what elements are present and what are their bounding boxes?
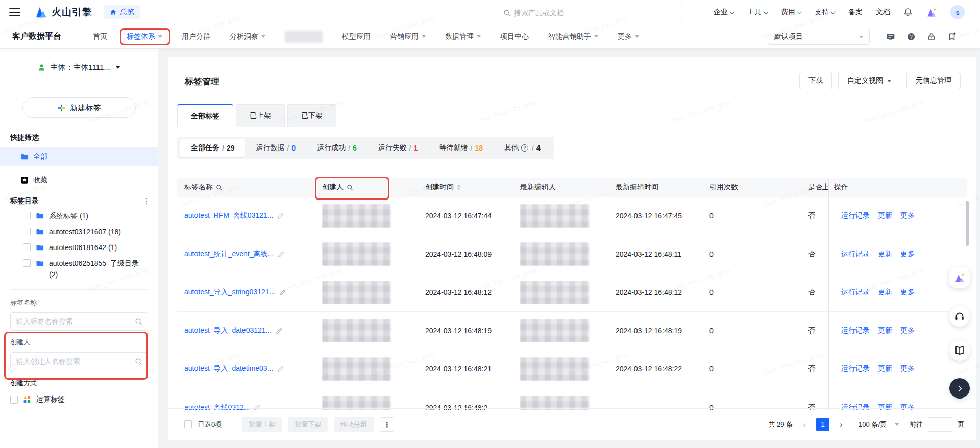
- new-tag-button[interactable]: 新建标签: [22, 97, 136, 118]
- update-link[interactable]: 更新: [878, 326, 892, 335]
- next-page-button[interactable]: ›: [835, 418, 848, 431]
- col-tag-name[interactable]: 标签名称: [177, 183, 322, 192]
- catalog-more-icon[interactable]: ⋮: [142, 200, 151, 203]
- console-icon[interactable]: [886, 32, 895, 41]
- checkbox[interactable]: [23, 243, 31, 251]
- filter-success[interactable]: 运行成功/6: [306, 139, 368, 157]
- subnav-item-more[interactable]: 更多: [618, 32, 639, 41]
- tag-name-link[interactable]: autotest_统计_event_离线...: [184, 250, 274, 259]
- sort-icon[interactable]: [457, 184, 461, 190]
- current-page-button[interactable]: 1: [816, 418, 829, 431]
- run-record-link[interactable]: 运行记录: [841, 364, 870, 374]
- product-search-input[interactable]: [514, 9, 677, 17]
- edit-icon[interactable]: [276, 328, 282, 334]
- security-lock-icon[interactable]: [927, 32, 936, 41]
- more-link[interactable]: 更多: [900, 326, 915, 335]
- page-size-select[interactable]: 100 条/页: [853, 417, 904, 432]
- filter-running[interactable]: 运行数据/0: [245, 139, 306, 157]
- checkbox[interactable]: [10, 396, 18, 404]
- goto-page-input[interactable]: [928, 417, 952, 432]
- filter-all-tasks[interactable]: 全部任务/29: [180, 139, 245, 157]
- download-button[interactable]: 下载: [799, 72, 832, 89]
- update-link[interactable]: 更新: [878, 364, 892, 374]
- creator-search-input[interactable]: [16, 357, 135, 365]
- checkbox[interactable]: [23, 259, 31, 267]
- edit-icon[interactable]: [278, 251, 284, 258]
- notification-bell-icon[interactable]: [903, 8, 913, 17]
- custom-view-button[interactable]: 自定义视图: [838, 72, 900, 89]
- subnav-item-tag-system[interactable]: 标签体系: [127, 32, 162, 41]
- menu-icp-filing[interactable]: 备案: [848, 8, 863, 17]
- filter-waiting[interactable]: 等待就绪/18: [429, 139, 494, 157]
- more-link[interactable]: 更多: [900, 211, 915, 220]
- search-icon[interactable]: [216, 184, 223, 191]
- tag-name-search-box[interactable]: [10, 312, 148, 331]
- menu-docs[interactable]: 文档: [876, 8, 890, 17]
- subnav-item-user-segment[interactable]: 用户分群: [182, 32, 210, 41]
- table-scrollbar-thumb[interactable]: [966, 201, 969, 246]
- subnav-item-smart-marketing[interactable]: 智能营销助手: [548, 32, 598, 41]
- menu-enterprise[interactable]: 企业: [714, 8, 734, 17]
- catalog-item-system[interactable]: 系统标签 (1): [0, 210, 158, 221]
- ai-assistant-float-button[interactable]: [949, 267, 970, 288]
- more-link[interactable]: 更多: [900, 250, 915, 259]
- create-method-item[interactable]: 运算标签: [0, 395, 158, 404]
- quick-filter-favorites[interactable]: 收藏: [0, 171, 158, 189]
- catalog-item-autotest06181642[interactable]: autotest06181642 (1): [0, 242, 158, 253]
- run-record-link[interactable]: 运行记录: [841, 326, 870, 335]
- docs-float-button[interactable]: [949, 340, 970, 361]
- tag-name-link[interactable]: autotest_导入_string03121...: [184, 288, 275, 297]
- catalog-item-autotest03121607[interactable]: autotest03121607 (18): [0, 226, 158, 237]
- col-creator[interactable]: 创建人: [322, 183, 425, 192]
- update-link[interactable]: 更新: [878, 288, 892, 297]
- filter-other[interactable]: 其他?/4: [494, 139, 551, 157]
- select-all-checkbox[interactable]: [184, 420, 192, 428]
- batch-list-button[interactable]: 批量上架: [242, 417, 282, 432]
- overview-button[interactable]: 总览: [104, 5, 140, 19]
- tag-name-link[interactable]: autotest_RFM_离线03121...: [184, 211, 273, 220]
- customer-service-float-button[interactable]: [949, 306, 970, 327]
- product-search-box[interactable]: [498, 5, 682, 20]
- volcengine-logo[interactable]: 火山引擎: [35, 6, 92, 19]
- menu-billing[interactable]: 费用: [781, 8, 801, 17]
- tag-name-search-input[interactable]: [16, 317, 135, 326]
- menu-tools[interactable]: 工具: [747, 8, 768, 17]
- update-link[interactable]: 更新: [878, 250, 892, 259]
- move-group-button[interactable]: 移动分组: [334, 417, 374, 432]
- hamburger-menu-icon[interactable]: [9, 8, 20, 16]
- edit-icon[interactable]: [279, 289, 286, 296]
- tab-all-tags[interactable]: 全部标签: [177, 104, 233, 127]
- subnav-item-project-center[interactable]: 项目中心: [500, 32, 529, 41]
- col-created-time[interactable]: 创建时间: [425, 183, 520, 192]
- search-icon[interactable]: [347, 184, 353, 191]
- update-link[interactable]: 更新: [878, 211, 892, 220]
- subject-selector[interactable]: 主体：主体1111...: [0, 49, 158, 86]
- ai-assistant-icon[interactable]: [926, 7, 937, 18]
- subnav-item-analysis[interactable]: 分析洞察: [230, 32, 265, 41]
- bookmark-add-icon[interactable]: [947, 32, 957, 41]
- subnav-item-model-app[interactable]: 模型应用: [342, 32, 371, 41]
- run-record-link[interactable]: 运行记录: [841, 211, 870, 220]
- collapse-float-button[interactable]: [949, 378, 970, 399]
- subnav-item-marketing-app[interactable]: 营销应用: [390, 32, 426, 41]
- meta-info-button[interactable]: 元信息管理: [906, 72, 961, 89]
- more-link[interactable]: 更多: [900, 364, 915, 374]
- checkbox[interactable]: [23, 212, 31, 219]
- more-link[interactable]: 更多: [900, 288, 915, 297]
- user-avatar[interactable]: s: [950, 5, 965, 19]
- tag-name-link[interactable]: autotest_导入_date03121...: [184, 326, 272, 335]
- edit-icon[interactable]: [277, 366, 284, 372]
- menu-support[interactable]: 支持: [815, 8, 835, 17]
- catalog-item-autotest06251855[interactable]: autotest06251855_子级目录 (2): [0, 258, 158, 280]
- batch-unlist-button[interactable]: 批量下架: [288, 417, 328, 432]
- tag-name-link[interactable]: autotest_导入_datetime03...: [184, 364, 273, 374]
- subnav-item-home[interactable]: 首页: [93, 32, 107, 41]
- creator-search-box[interactable]: [10, 352, 148, 370]
- subnav-item-data-manage[interactable]: 数据管理: [445, 32, 481, 41]
- filter-failed[interactable]: 运行失败/1: [368, 139, 429, 157]
- help-icon[interactable]: ?: [906, 32, 916, 41]
- checkbox[interactable]: [23, 228, 31, 235]
- run-record-link[interactable]: 运行记录: [841, 288, 870, 297]
- quick-filter-all[interactable]: 全部: [0, 147, 158, 166]
- tab-unlisted[interactable]: 已下架: [287, 104, 336, 127]
